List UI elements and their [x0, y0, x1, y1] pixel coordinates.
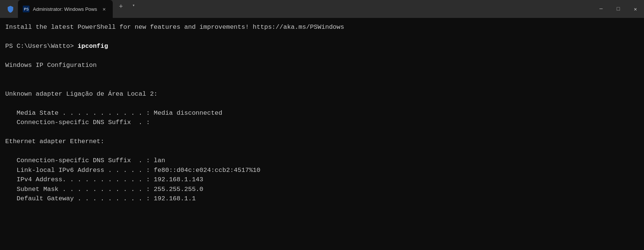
tab-dropdown-button[interactable]: ▾: [128, 0, 139, 10]
shield-icon: [4, 3, 16, 15]
tab-area: PS Administrator: Windows Pows ✕ + ▾: [18, 0, 592, 18]
terminal-line: [5, 51, 639, 61]
terminal-output: Install the latest PowerShell for new fe…: [0, 18, 644, 250]
terminal-line: [5, 146, 639, 156]
command-text: ipconfig: [78, 43, 108, 50]
terminal-line: Install the latest PowerShell for new fe…: [5, 22, 639, 32]
titlebar-left: [0, 3, 18, 15]
terminal-line: [5, 127, 639, 137]
terminal-line: Connection-specific DNS Suffix . :: [5, 118, 639, 127]
terminal-line: [5, 32, 639, 42]
terminal-line: Connection-specific DNS Suffix . : lan: [5, 156, 639, 166]
powershell-icon: PS: [22, 5, 30, 13]
terminal-line: Windows IP Configuration: [5, 61, 639, 70]
terminal-line: Link-local IPv6 Address . . . . . : fe80…: [5, 166, 639, 175]
terminal-line: Default Gateway . . . . . . . . . : 192.…: [5, 194, 639, 204]
terminal-line: Unknown adapter Ligação de Área Local 2:: [5, 89, 639, 99]
tab-powershell[interactable]: PS Administrator: Windows Pows ✕: [18, 0, 113, 18]
tab-title: Administrator: Windows Pows: [33, 6, 97, 12]
terminal-line: [5, 99, 639, 108]
terminal-line: Media State . . . . . . . . . . . : Medi…: [5, 108, 639, 118]
tab-close-button[interactable]: ✕: [100, 5, 108, 13]
maximize-button[interactable]: □: [610, 0, 627, 18]
terminal-line: IPv4 Address. . . . . . . . . . . : 192.…: [5, 175, 639, 185]
minimize-button[interactable]: ─: [592, 0, 610, 18]
titlebar: PS Administrator: Windows Pows ✕ + ▾ ─ □…: [0, 0, 644, 18]
terminal-line: Ethernet adapter Ethernet:: [5, 137, 639, 146]
new-tab-button[interactable]: +: [114, 0, 128, 13]
terminal-line: [5, 70, 639, 80]
svg-text:PS: PS: [24, 7, 29, 12]
terminal-line: [5, 80, 639, 89]
close-button[interactable]: ✕: [627, 0, 644, 18]
window-controls: ─ □ ✕: [592, 0, 644, 18]
terminal-line: Subnet Mask . . . . . . . . . . . : 255.…: [5, 185, 639, 194]
terminal-line: PS C:\Users\Watto> ipconfig: [5, 41, 639, 51]
